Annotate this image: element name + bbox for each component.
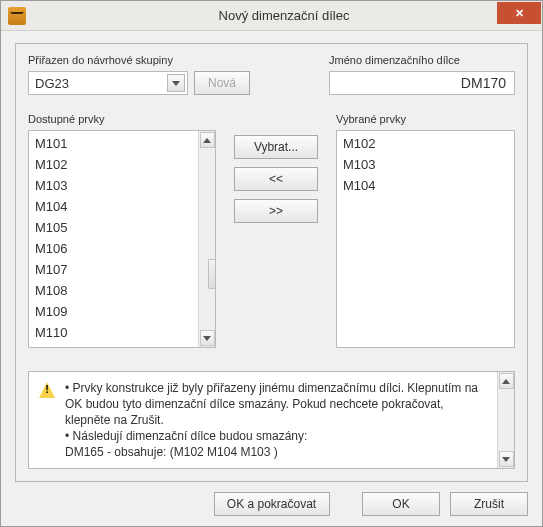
- available-label: Dostupné prvky: [28, 113, 216, 125]
- lists-row: Dostupné prvky M101M102M103M104M105M106M…: [28, 113, 515, 359]
- move-right-label: >>: [269, 204, 283, 218]
- name-column: Jméno dimenzačního dílce DM170: [329, 54, 515, 95]
- arrow-up-icon: [203, 138, 211, 143]
- selected-list-body: M102M103M104: [337, 131, 514, 347]
- arrow-up-icon: [502, 379, 510, 384]
- list-item[interactable]: M104: [337, 175, 514, 196]
- warning-icon: [39, 382, 55, 398]
- ok-button[interactable]: OK: [362, 492, 440, 516]
- selected-listbox[interactable]: M102M103M104: [336, 130, 515, 348]
- new-group-button: Nová: [194, 71, 250, 95]
- list-item[interactable]: M102: [29, 154, 198, 175]
- transfer-buttons: Vybrat... << >>: [228, 113, 324, 359]
- move-left-label: <<: [269, 172, 283, 186]
- ok-continue-button[interactable]: OK a pokračovat: [214, 492, 330, 516]
- arrow-down-icon: [502, 457, 510, 462]
- group-combobox[interactable]: DG23: [28, 71, 188, 95]
- window-title: Nový dimenzační dílec: [26, 8, 542, 23]
- scroll-up-button[interactable]: [499, 373, 514, 389]
- group-value: DG23: [35, 76, 167, 91]
- list-item[interactable]: M109: [29, 301, 198, 322]
- bottom-buttons: OK a pokračovat OK Zrušit: [15, 492, 528, 516]
- warning-box: • Prvky konstrukce již byly přiřazeny ji…: [28, 371, 515, 469]
- name-label: Jméno dimenzačního dílce: [329, 54, 460, 66]
- arrow-down-icon: [203, 336, 211, 341]
- combo-arrow-button[interactable]: [167, 74, 185, 92]
- available-list-body: M101M102M103M104M105M106M107M108M109M110: [29, 131, 198, 347]
- available-column: Dostupné prvky M101M102M103M104M105M106M…: [28, 113, 216, 359]
- move-right-button[interactable]: >>: [234, 199, 318, 223]
- content-area: Přiřazen do návrhové skupiny DG23 Nová: [1, 31, 542, 526]
- warning-line-1: • Prvky konstrukce již byly přiřazeny ji…: [65, 380, 491, 428]
- list-item[interactable]: M102: [337, 133, 514, 154]
- list-item[interactable]: M103: [29, 175, 198, 196]
- app-icon: [8, 7, 26, 25]
- dialog-window: Nový dimenzační dílec ✕ Přiřazen do návr…: [0, 0, 543, 527]
- list-item[interactable]: M106: [29, 238, 198, 259]
- move-left-button[interactable]: <<: [234, 167, 318, 191]
- available-listbox[interactable]: M101M102M103M104M105M106M107M108M109M110: [28, 130, 216, 348]
- group-label: Přiřazen do návrhové skupiny: [28, 54, 250, 66]
- titlebar: Nový dimenzační dílec ✕: [1, 1, 542, 31]
- list-item[interactable]: M107: [29, 259, 198, 280]
- selected-column: Vybrané prvky M102M103M104: [336, 113, 515, 359]
- scroll-thumb[interactable]: [208, 259, 216, 289]
- group-area: DG23 Nová: [28, 71, 250, 95]
- chevron-down-icon: [172, 81, 180, 86]
- warning-scrollbar[interactable]: [497, 372, 514, 468]
- available-scrollbar[interactable]: [198, 131, 215, 347]
- warning-line-3: DM165 - obsahuje: (M102 M104 M103 ): [65, 444, 491, 460]
- top-row: Přiřazen do návrhové skupiny DG23 Nová: [28, 54, 515, 95]
- new-group-label: Nová: [208, 76, 236, 90]
- list-item[interactable]: M104: [29, 196, 198, 217]
- list-item[interactable]: M103: [337, 154, 514, 175]
- ok-label: OK: [392, 497, 409, 511]
- list-item[interactable]: M101: [29, 133, 198, 154]
- close-button[interactable]: ✕: [497, 2, 541, 24]
- list-item[interactable]: M110: [29, 322, 198, 343]
- list-item[interactable]: M108: [29, 280, 198, 301]
- scroll-down-button[interactable]: [499, 451, 514, 467]
- scroll-down-button[interactable]: [200, 330, 215, 346]
- name-value: DM170: [461, 75, 506, 91]
- body-frame: Přiřazen do návrhové skupiny DG23 Nová: [15, 43, 528, 482]
- warning-line-2: • Následují dimenzační dílce budou smazá…: [65, 428, 491, 444]
- warning-text: • Prvky konstrukce již byly přiřazeny ji…: [65, 380, 491, 460]
- name-input[interactable]: DM170: [329, 71, 515, 95]
- list-item[interactable]: M105: [29, 217, 198, 238]
- scroll-up-button[interactable]: [200, 132, 215, 148]
- selected-label: Vybrané prvky: [336, 113, 515, 125]
- cancel-label: Zrušit: [474, 497, 504, 511]
- group-column: Přiřazen do návrhové skupiny DG23 Nová: [28, 54, 250, 95]
- cancel-button[interactable]: Zrušit: [450, 492, 528, 516]
- close-icon: ✕: [515, 7, 524, 20]
- ok-continue-label: OK a pokračovat: [227, 497, 316, 511]
- select-button[interactable]: Vybrat...: [234, 135, 318, 159]
- select-label: Vybrat...: [254, 140, 298, 154]
